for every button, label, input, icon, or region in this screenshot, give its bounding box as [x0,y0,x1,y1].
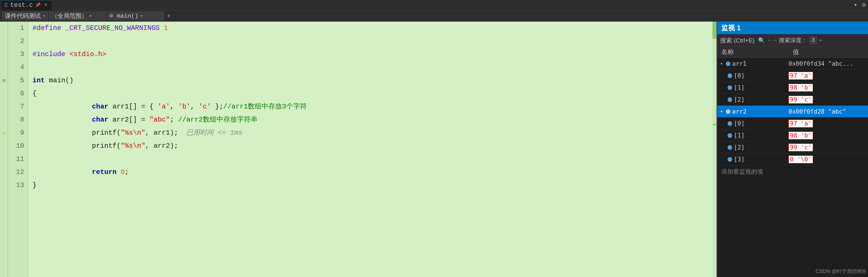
watch-expand-arr1[interactable]: ▾ [720,61,724,67]
gutter-line-13 [0,179,8,192]
scope-dropdown-1-arrow: ▾ [42,13,45,19]
watch-value-arr1-1: 98 'b' [788,84,813,92]
watch-row-arr2-0[interactable]: [0] 97 'a' [717,117,868,130]
tab-bar-settings-icon[interactable]: ⚙ [861,0,867,10]
watch-row-arr2-2[interactable]: [2] 99 'c' [717,141,868,153]
watch-name-arr1-1: [1] [734,84,745,91]
watch-value-arr1-0: 97 'a' [788,72,813,80]
add-tab-button[interactable]: + [165,11,172,21]
watch-add-label: 添加要监视的项 [721,168,763,175]
tab-bar: C test.c 📌 × ▾ ⚙ [0,0,868,10]
watch-dot-arr1-0 [727,73,732,78]
watch-value-cell-arr1-2: 99 'c' [786,94,868,105]
watch-value-cell-arr2-3: 0 '\0' [786,153,868,165]
watch-name-arr1-0: [0] [734,72,745,79]
watch-name-cell-arr2-3: [3] [717,153,786,165]
gutter-line-4 [0,61,8,74]
gutter-line-6 [0,87,8,100]
watch-row-arr2[interactable]: ▾ arr2 0x00f0fd28 "abc" [717,106,868,117]
tab-filename: test.c [10,2,33,9]
watch-col-name: 名称 [721,48,793,56]
gutter-line-1 [0,22,8,35]
gutter-line-5: ⊟ [0,74,8,87]
gutter-line-10 [0,139,8,152]
gutter-line-9: ⇒ [0,127,8,139]
editor-scrollbar[interactable] [712,22,716,277]
watch-dot-arr1-1 [727,85,732,90]
watch-value-cell-arr1: 0x00f0fd34 "abc... [786,58,868,69]
watch-row-arr1-0[interactable]: [0] 97 'a' [717,70,868,82]
tab-bar-left: C test.c 📌 × [1,0,52,10]
watch-depth-arrow[interactable]: ▾ [819,38,822,43]
watch-dot-arr1-2 [727,97,732,102]
code-line-5: int main() [32,74,708,87]
code-line-13: } [32,179,708,192]
watch-row-arr2-1[interactable]: [1] 98 'b' [717,130,868,141]
watch-row-arr1[interactable]: ▾ arr1 0x00f0fd34 "abc... [717,58,868,70]
gutter-line-3 [0,48,8,61]
watch-dot-arr2-3 [727,157,732,162]
tab-file-icon: C [5,2,8,8]
watch-row-arr1-1[interactable]: [1] 98 'b' [717,82,868,94]
watch-name-arr2-3: [3] [734,156,745,163]
watch-dot-arr2-2 [727,145,732,150]
tab-close-button[interactable]: × [43,2,49,8]
watch-expand-arr2[interactable]: ▾ [720,109,724,114]
watch-value-cell-arr2-2: 99 'c' [786,141,868,153]
watch-arrow-left[interactable]: ← [768,37,771,43]
code-line-3: #include <stdio.h> [32,48,708,61]
code-content: ⊟ ⇒ 1 2 3 4 5 6 [0,22,716,277]
gutter-line-11 [0,152,8,166]
watch-value-cell-arr1-1: 98 'b' [786,82,868,93]
watch-search-bar: 搜索 (Ctrl+E) 🔍 ← → 搜索深度： 3 ▾ [717,34,868,47]
code-editor[interactable]: ⊟ ⇒ 1 2 3 4 5 6 [0,22,717,277]
tab-bar-dropdown-icon[interactable]: ▾ [852,0,859,10]
watch-body[interactable]: ▾ arr1 0x00f0fd34 "abc... [0] 97 'a' [717,58,868,277]
line-numbers: 1 2 3 4 5 6 7 8 9 10 11 12 13 [8,22,28,277]
gutter-line-12 [0,166,8,179]
scrollbar-thumb [712,22,716,39]
tab-bar-right: ▾ ⚙ [852,0,867,10]
watch-search-icons: 🔍 ← → [757,36,777,44]
watch-value-cell-arr2-1: 98 'b' [786,130,868,141]
collapse-button-5[interactable]: ⊟ [3,78,5,83]
watch-arrow-right[interactable]: → [773,37,777,43]
watch-value-arr2-3: 0 '\0' [788,155,813,164]
watch-name-arr1: arr1 [732,60,747,67]
scope-dropdown-2[interactable]: （全局范围） ▾ [49,12,106,20]
code-lines[interactable]: #define _CRT_SECURE_NO_WARNINGS 1 #inclu… [28,22,712,277]
watch-value-cell-arr2-0: 97 'a' [786,117,868,129]
watch-depth-value: 3 [810,36,817,44]
scrollbar-marker [713,124,716,125]
watch-name-cell-arr1-1: [1] [717,82,786,93]
watch-dot-arr1 [726,62,731,66]
watch-name-arr2-0: [0] [734,120,745,127]
gutter-line-8 [0,113,8,127]
toolbar: 课件代码测试 ▾ （全局范围） ▾ ⊙ main() ▾ + [0,10,868,22]
breakpoint-indicator: ⇒ [2,129,6,137]
watch-row-arr1-2[interactable]: [2] 99 'c' [717,94,868,106]
scope-dropdown-1[interactable]: 课件代码测试 ▾ [2,12,48,20]
watch-search-button[interactable]: 🔍 [757,36,766,44]
main-area: ⊟ ⇒ 1 2 3 4 5 6 [0,22,868,277]
scope-dropdown-3[interactable]: ⊙ main() ▾ [107,12,164,20]
watch-name-arr2-1: [1] [734,132,745,139]
watch-value-cell-arr2: 0x00f0fd28 "abc" [786,106,868,117]
watch-dot-arr2-1 [727,133,732,138]
code-line-14 [32,192,708,205]
watch-name-cell-arr1: ▾ arr1 [717,58,786,69]
gutter: ⊟ ⇒ [0,22,8,277]
watch-add-row[interactable]: 添加要监视的项 [717,165,868,178]
watch-dot-arr2 [726,109,731,114]
watch-name-cell-arr2-2: [2] [717,141,786,153]
watch-table-header: 名称 值 [717,47,868,58]
watch-value-cell-arr1-0: 97 'a' [786,70,868,81]
watch-row-arr2-3[interactable]: [3] 0 '\0' [717,153,868,165]
watch-value-arr1: 0x00f0fd34 "abc... [788,60,854,67]
watch-value-arr2-2: 99 'c' [788,143,813,151]
watermark: CSDN @针于高恺909 [815,268,866,275]
code-line-12: return 0; [32,166,708,179]
tab-test-c[interactable]: C test.c 📌 × [1,0,52,10]
watch-panel-header: 监视 1 [717,22,868,34]
watch-dot-arr2-0 [727,121,732,126]
